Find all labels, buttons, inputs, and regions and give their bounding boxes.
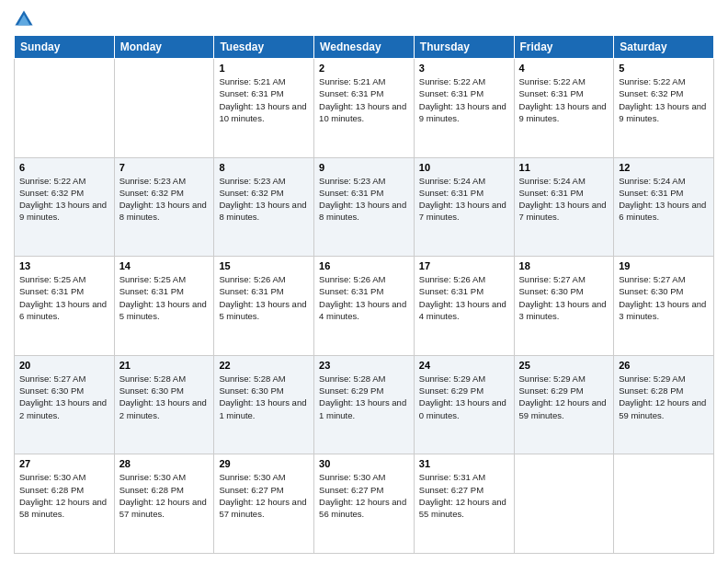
day-number: 25 — [519, 360, 609, 371]
day-info: Sunrise: 5:29 AM Sunset: 6:29 PM Dayligh… — [519, 373, 609, 421]
calendar-day-cell — [114, 59, 214, 158]
day-info: Sunrise: 5:24 AM Sunset: 6:31 PM Dayligh… — [519, 175, 609, 224]
day-info: Sunrise: 5:22 AM Sunset: 6:32 PM Dayligh… — [19, 175, 109, 224]
day-number: 17 — [419, 260, 509, 271]
calendar-week-row: 27Sunrise: 5:30 AM Sunset: 6:28 PM Dayli… — [15, 454, 714, 554]
calendar-header-row: SundayMondayTuesdayWednesdayThursdayFrid… — [15, 36, 714, 59]
calendar-day-cell — [514, 454, 614, 554]
day-number: 15 — [219, 260, 309, 271]
day-number: 29 — [219, 458, 309, 469]
calendar-day-cell: 24Sunrise: 5:29 AM Sunset: 6:29 PM Dayli… — [414, 355, 514, 454]
day-number: 11 — [519, 162, 609, 173]
day-number: 22 — [219, 360, 309, 371]
calendar-day-cell: 20Sunrise: 5:27 AM Sunset: 6:30 PM Dayli… — [15, 355, 115, 454]
calendar-day-cell: 23Sunrise: 5:28 AM Sunset: 6:29 PM Dayli… — [314, 355, 415, 454]
day-number: 31 — [419, 458, 509, 469]
calendar-day-cell: 5Sunrise: 5:22 AM Sunset: 6:32 PM Daylig… — [614, 59, 714, 158]
day-number: 6 — [19, 162, 109, 173]
day-number: 4 — [519, 63, 609, 74]
day-info: Sunrise: 5:23 AM Sunset: 6:32 PM Dayligh… — [119, 175, 210, 224]
calendar-day-cell: 19Sunrise: 5:27 AM Sunset: 6:30 PM Dayli… — [614, 257, 714, 356]
calendar-day-cell: 15Sunrise: 5:26 AM Sunset: 6:31 PM Dayli… — [214, 257, 314, 356]
calendar-day-cell: 31Sunrise: 5:31 AM Sunset: 6:27 PM Dayli… — [414, 454, 514, 554]
logo — [14, 9, 38, 29]
day-info: Sunrise: 5:23 AM Sunset: 6:32 PM Dayligh… — [219, 175, 309, 224]
day-info: Sunrise: 5:30 AM Sunset: 6:28 PM Dayligh… — [119, 471, 210, 520]
day-info: Sunrise: 5:27 AM Sunset: 6:30 PM Dayligh… — [619, 273, 709, 322]
calendar-day-cell: 6Sunrise: 5:22 AM Sunset: 6:32 PM Daylig… — [15, 157, 115, 257]
calendar-day-cell: 1Sunrise: 5:21 AM Sunset: 6:31 PM Daylig… — [214, 59, 314, 158]
day-info: Sunrise: 5:26 AM Sunset: 6:31 PM Dayligh… — [319, 273, 409, 322]
calendar-day-cell: 16Sunrise: 5:26 AM Sunset: 6:31 PM Dayli… — [314, 257, 415, 356]
day-info: Sunrise: 5:30 AM Sunset: 6:28 PM Dayligh… — [19, 471, 109, 520]
weekday-header-sunday: Sunday — [15, 36, 115, 59]
day-number: 19 — [619, 260, 709, 271]
weekday-header-saturday: Saturday — [614, 36, 714, 59]
day-info: Sunrise: 5:29 AM Sunset: 6:29 PM Dayligh… — [419, 373, 509, 421]
day-number: 12 — [619, 162, 709, 173]
calendar-day-cell: 8Sunrise: 5:23 AM Sunset: 6:32 PM Daylig… — [214, 157, 314, 257]
day-number: 23 — [319, 360, 409, 371]
day-number: 21 — [119, 360, 210, 371]
day-number: 30 — [319, 458, 409, 469]
day-number: 1 — [219, 63, 309, 74]
calendar-day-cell: 26Sunrise: 5:29 AM Sunset: 6:28 PM Dayli… — [614, 355, 714, 454]
day-info: Sunrise: 5:29 AM Sunset: 6:28 PM Dayligh… — [619, 373, 709, 421]
weekday-header-tuesday: Tuesday — [214, 36, 314, 59]
day-info: Sunrise: 5:23 AM Sunset: 6:31 PM Dayligh… — [319, 175, 409, 224]
calendar-week-row: 6Sunrise: 5:22 AM Sunset: 6:32 PM Daylig… — [15, 157, 714, 257]
calendar-day-cell: 7Sunrise: 5:23 AM Sunset: 6:32 PM Daylig… — [114, 157, 214, 257]
weekday-header-wednesday: Wednesday — [314, 36, 415, 59]
calendar-day-cell: 18Sunrise: 5:27 AM Sunset: 6:30 PM Dayli… — [514, 257, 614, 356]
calendar-week-row: 1Sunrise: 5:21 AM Sunset: 6:31 PM Daylig… — [15, 59, 714, 158]
calendar-day-cell: 29Sunrise: 5:30 AM Sunset: 6:27 PM Dayli… — [214, 454, 314, 554]
day-number: 14 — [119, 260, 210, 271]
calendar-day-cell: 3Sunrise: 5:22 AM Sunset: 6:31 PM Daylig… — [414, 59, 514, 158]
calendar-day-cell: 22Sunrise: 5:28 AM Sunset: 6:30 PM Dayli… — [214, 355, 314, 454]
day-info: Sunrise: 5:24 AM Sunset: 6:31 PM Dayligh… — [619, 175, 709, 224]
calendar-day-cell: 2Sunrise: 5:21 AM Sunset: 6:31 PM Daylig… — [314, 59, 415, 158]
calendar-day-cell: 27Sunrise: 5:30 AM Sunset: 6:28 PM Dayli… — [15, 454, 115, 554]
day-info: Sunrise: 5:31 AM Sunset: 6:27 PM Dayligh… — [419, 471, 509, 520]
calendar-day-cell: 9Sunrise: 5:23 AM Sunset: 6:31 PM Daylig… — [314, 157, 415, 257]
day-info: Sunrise: 5:27 AM Sunset: 6:30 PM Dayligh… — [19, 373, 109, 421]
calendar-day-cell: 10Sunrise: 5:24 AM Sunset: 6:31 PM Dayli… — [414, 157, 514, 257]
calendar-day-cell — [614, 454, 714, 554]
calendar-day-cell: 11Sunrise: 5:24 AM Sunset: 6:31 PM Dayli… — [514, 157, 614, 257]
day-info: Sunrise: 5:25 AM Sunset: 6:31 PM Dayligh… — [19, 273, 109, 322]
day-info: Sunrise: 5:25 AM Sunset: 6:31 PM Dayligh… — [119, 273, 210, 322]
calendar-day-cell: 14Sunrise: 5:25 AM Sunset: 6:31 PM Dayli… — [114, 257, 214, 356]
day-number: 5 — [619, 63, 709, 74]
calendar-day-cell — [15, 59, 115, 158]
calendar-day-cell: 4Sunrise: 5:22 AM Sunset: 6:31 PM Daylig… — [514, 59, 614, 158]
weekday-header-thursday: Thursday — [414, 36, 514, 59]
day-number: 3 — [419, 63, 509, 74]
day-info: Sunrise: 5:26 AM Sunset: 6:31 PM Dayligh… — [419, 273, 509, 322]
page: SundayMondayTuesdayWednesdayThursdayFrid… — [0, 0, 728, 563]
day-number: 8 — [219, 162, 309, 173]
calendar-table: SundayMondayTuesdayWednesdayThursdayFrid… — [14, 35, 714, 554]
header — [14, 9, 714, 29]
day-info: Sunrise: 5:28 AM Sunset: 6:30 PM Dayligh… — [219, 373, 309, 421]
day-number: 2 — [319, 63, 409, 74]
day-number: 9 — [319, 162, 409, 173]
calendar-day-cell: 30Sunrise: 5:30 AM Sunset: 6:27 PM Dayli… — [314, 454, 415, 554]
day-number: 24 — [419, 360, 509, 371]
day-info: Sunrise: 5:26 AM Sunset: 6:31 PM Dayligh… — [219, 273, 309, 322]
day-info: Sunrise: 5:30 AM Sunset: 6:27 PM Dayligh… — [219, 471, 309, 520]
calendar-day-cell: 28Sunrise: 5:30 AM Sunset: 6:28 PM Dayli… — [114, 454, 214, 554]
calendar-day-cell: 21Sunrise: 5:28 AM Sunset: 6:30 PM Dayli… — [114, 355, 214, 454]
day-number: 13 — [19, 260, 109, 271]
day-number: 16 — [319, 260, 409, 271]
day-info: Sunrise: 5:21 AM Sunset: 6:31 PM Dayligh… — [319, 75, 409, 124]
weekday-header-friday: Friday — [514, 36, 614, 59]
day-info: Sunrise: 5:28 AM Sunset: 6:29 PM Dayligh… — [319, 373, 409, 421]
day-info: Sunrise: 5:27 AM Sunset: 6:30 PM Dayligh… — [519, 273, 609, 322]
weekday-header-monday: Monday — [114, 36, 214, 59]
calendar-day-cell: 13Sunrise: 5:25 AM Sunset: 6:31 PM Dayli… — [15, 257, 115, 356]
calendar-day-cell: 17Sunrise: 5:26 AM Sunset: 6:31 PM Dayli… — [414, 257, 514, 356]
calendar-week-row: 13Sunrise: 5:25 AM Sunset: 6:31 PM Dayli… — [15, 257, 714, 356]
day-info: Sunrise: 5:21 AM Sunset: 6:31 PM Dayligh… — [219, 75, 309, 124]
day-info: Sunrise: 5:22 AM Sunset: 6:31 PM Dayligh… — [519, 75, 609, 124]
day-number: 26 — [619, 360, 709, 371]
